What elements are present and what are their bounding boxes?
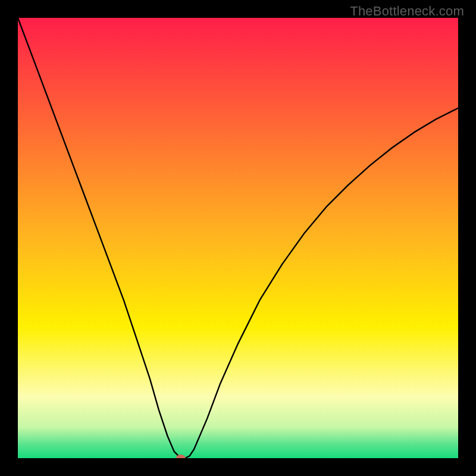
chart-frame: TheBottleneck.com: [0, 0, 476, 476]
gradient-background: [18, 18, 458, 458]
attribution-text: TheBottleneck.com: [350, 4, 464, 19]
bottleneck-chart-svg: [18, 18, 458, 458]
plot-area: [18, 18, 458, 458]
